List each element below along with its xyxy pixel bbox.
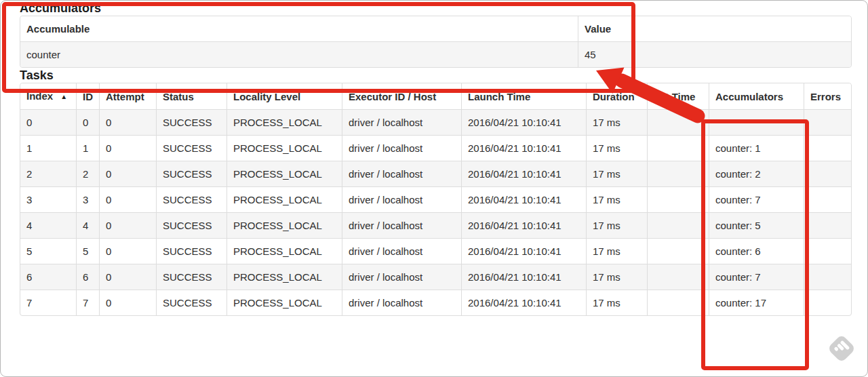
col-header-gc-time[interactable]: GC Time (647, 83, 709, 109)
table-cell: 4 (20, 212, 76, 238)
header-row: Index ▲ ID Attempt Status Locality Level… (20, 83, 851, 109)
table-cell: 0 (99, 264, 156, 290)
table-cell: 1 (20, 135, 76, 161)
spark-ui-page: Accumulators Accumulable Value counter45… (0, 0, 868, 377)
accumulators-table-body: counter45 (20, 41, 851, 67)
table-cell: 45 (578, 41, 851, 67)
tasks-table: Index ▲ ID Attempt Status Locality Level… (20, 83, 852, 316)
table-cell: 0 (99, 238, 156, 264)
header-row: Accumulable Value (20, 16, 851, 41)
table-cell: 6 (20, 264, 76, 290)
table-cell: SUCCESS (156, 264, 226, 290)
table-cell (647, 238, 709, 264)
table-cell: 2016/04/21 10:10:41 (461, 212, 586, 238)
table-cell (804, 238, 851, 264)
col-header-value[interactable]: Value (578, 16, 851, 41)
watermark-icon (825, 332, 859, 365)
table-cell: 7 (76, 290, 99, 315)
table-cell: 2016/04/21 10:10:41 (461, 238, 586, 264)
col-header-duration[interactable]: Duration (586, 83, 647, 109)
table-cell (647, 264, 709, 290)
table-cell: PROCESS_LOCAL (226, 135, 342, 161)
table-row: 330SUCCESSPROCESS_LOCALdriver / localhos… (20, 186, 851, 212)
table-cell (709, 109, 804, 135)
tasks-section-title: Tasks (20, 68, 849, 83)
table-cell: 5 (76, 238, 99, 264)
table-cell: 4 (76, 212, 99, 238)
col-header-index-label: Index (26, 90, 53, 102)
sort-ascending-icon: ▲ (60, 93, 67, 100)
table-cell: driver / localhost (342, 161, 461, 186)
tasks-table-head: Index ▲ ID Attempt Status Locality Level… (20, 83, 851, 109)
table-row: 550SUCCESSPROCESS_LOCALdriver / localhos… (20, 238, 851, 264)
table-cell: PROCESS_LOCAL (226, 264, 342, 290)
table-cell (647, 161, 709, 186)
table-cell: PROCESS_LOCAL (226, 212, 342, 238)
table-cell: 0 (99, 186, 156, 212)
table-cell (647, 135, 709, 161)
table-cell: driver / localhost (342, 264, 461, 290)
table-cell: PROCESS_LOCAL (226, 238, 342, 264)
table-cell: SUCCESS (156, 109, 226, 135)
table-cell: 0 (99, 290, 156, 315)
table-cell: 0 (99, 109, 156, 135)
col-header-locality-level[interactable]: Locality Level (226, 83, 342, 109)
table-cell: 17 ms (586, 109, 647, 135)
table-row: 000SUCCESSPROCESS_LOCALdriver / localhos… (20, 109, 851, 135)
table-cell: 2016/04/21 10:10:41 (461, 290, 586, 315)
table-cell: 17 ms (586, 186, 647, 212)
table-cell: driver / localhost (342, 135, 461, 161)
table-cell: SUCCESS (156, 212, 226, 238)
table-cell: 2016/04/21 10:10:41 (461, 186, 586, 212)
table-cell: 0 (99, 135, 156, 161)
table-cell: 17 ms (586, 238, 647, 264)
table-cell: counter: 17 (709, 290, 804, 315)
table-cell: PROCESS_LOCAL (226, 161, 342, 186)
table-cell (804, 109, 851, 135)
table-cell (647, 212, 709, 238)
table-cell: counter: 7 (709, 264, 804, 290)
table-cell: driver / localhost (342, 238, 461, 264)
col-header-accumulable[interactable]: Accumulable (20, 16, 578, 41)
col-header-status[interactable]: Status (156, 83, 226, 109)
col-header-attempt[interactable]: Attempt (99, 83, 156, 109)
table-cell: counter: 1 (709, 135, 804, 161)
table-cell: 2016/04/21 10:10:41 (461, 109, 586, 135)
table-cell: driver / localhost (342, 109, 461, 135)
table-cell: driver / localhost (342, 186, 461, 212)
table-cell: SUCCESS (156, 290, 226, 315)
col-header-launch-time[interactable]: Launch Time (461, 83, 586, 109)
table-cell (647, 109, 709, 135)
table-cell: 2016/04/21 10:10:41 (461, 161, 586, 186)
accumulators-table-head: Accumulable Value (20, 16, 851, 41)
table-cell: driver / localhost (342, 212, 461, 238)
col-header-executor-id-host[interactable]: Executor ID / Host (342, 83, 461, 109)
table-row: 660SUCCESSPROCESS_LOCALdriver / localhos… (20, 264, 851, 290)
table-cell: counter: 5 (709, 212, 804, 238)
table-cell: SUCCESS (156, 161, 226, 186)
table-cell (647, 186, 709, 212)
col-header-accumulators[interactable]: Accumulators (709, 83, 804, 109)
table-cell (804, 161, 851, 186)
table-cell: SUCCESS (156, 238, 226, 264)
table-cell: counter: 2 (709, 161, 804, 186)
table-cell (804, 186, 851, 212)
table-cell: 0 (76, 109, 99, 135)
accumulators-table: Accumulable Value counter45 (20, 16, 852, 68)
table-cell (804, 212, 851, 238)
table-cell: 2 (20, 161, 76, 186)
table-row: 110SUCCESSPROCESS_LOCALdriver / localhos… (20, 135, 851, 161)
table-row: 440SUCCESSPROCESS_LOCALdriver / localhos… (20, 212, 851, 238)
table-cell: 17 ms (586, 290, 647, 315)
table-cell: 1 (76, 135, 99, 161)
col-header-index[interactable]: Index ▲ (20, 83, 76, 109)
table-cell: 17 ms (586, 212, 647, 238)
table-cell: PROCESS_LOCAL (226, 186, 342, 212)
table-cell: 2016/04/21 10:10:41 (461, 264, 586, 290)
col-header-id[interactable]: ID (76, 83, 99, 109)
col-header-errors[interactable]: Errors (804, 83, 851, 109)
table-cell (804, 290, 851, 315)
table-cell: SUCCESS (156, 186, 226, 212)
table-cell: 2016/04/21 10:10:41 (461, 135, 586, 161)
table-row: counter45 (20, 41, 851, 67)
